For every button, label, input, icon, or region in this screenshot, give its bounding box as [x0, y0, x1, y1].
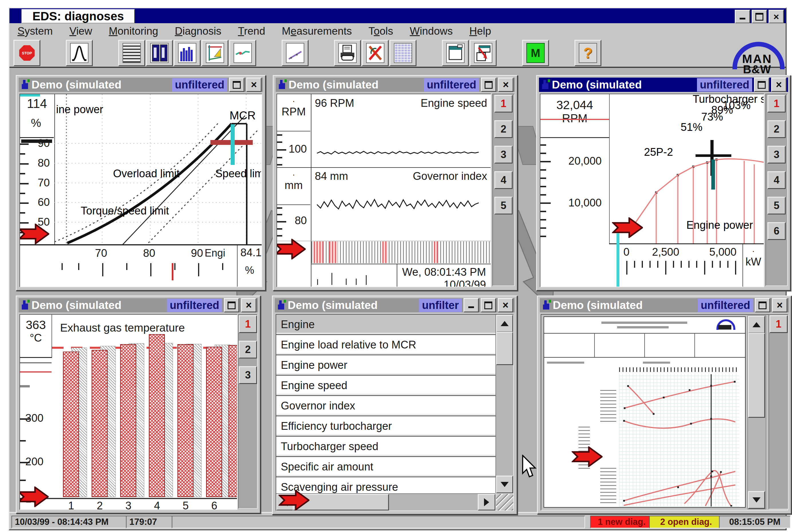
menu-measurements[interactable]: Measurements	[282, 25, 352, 37]
delete-button[interactable]	[362, 40, 389, 66]
app-titlebar[interactable]: EDS: diagnoses ×	[9, 8, 786, 23]
filter-badge: unfilter	[419, 299, 462, 312]
tab-2[interactable]: 2	[239, 341, 257, 359]
status-empty-panel	[172, 516, 585, 528]
window-titlebar[interactable]: Demo (simulated unfiltered ×	[19, 78, 263, 92]
window-maximize-button[interactable]	[229, 78, 245, 92]
tab-1[interactable]: 1	[767, 95, 786, 113]
window-titlebar[interactable]: Demo (simulated unfiltered ×	[276, 78, 515, 92]
tab-3[interactable]: 3	[767, 146, 786, 164]
window-titlebar[interactable]: Demo (simulated unfiltered ×	[539, 78, 788, 92]
alert-arrow-icon	[278, 490, 309, 511]
menu-view[interactable]: View	[69, 25, 92, 37]
temp-bar-1	[63, 352, 79, 497]
tab-3[interactable]: 3	[494, 146, 513, 164]
menu-diagnosis[interactable]: Diagnosis	[175, 25, 221, 37]
list-item[interactable]: Governor index	[276, 396, 496, 416]
window-close-button[interactable]: ×	[498, 298, 513, 312]
window-close-button[interactable]: ×	[241, 298, 256, 312]
meter-panels-icon	[150, 43, 169, 63]
horizontal-scrollbar[interactable]	[276, 493, 496, 511]
window-maximize-button[interactable]	[224, 298, 239, 312]
bell-curve-icon	[70, 43, 89, 63]
window-titlebar[interactable]: Demo (simulated unfiltered ×	[19, 298, 258, 312]
bar-chart-icon	[178, 43, 196, 63]
app-close-button[interactable]: ×	[769, 10, 784, 23]
bar-chart-button[interactable]	[174, 40, 201, 66]
menu-trend[interactable]: Trend	[238, 25, 265, 37]
tab-6[interactable]: 6	[767, 222, 786, 240]
menu-system[interactable]: System	[17, 25, 53, 37]
scroll-down-button[interactable]	[748, 491, 765, 509]
window-maximize-button[interactable]	[754, 78, 769, 92]
menu-help[interactable]: Help	[469, 25, 491, 37]
menu-windows[interactable]: Windows	[410, 25, 453, 37]
app-title: EDS: diagnoses	[21, 9, 135, 23]
engine-power-chart: 114 % 90 80 70 60 50	[19, 94, 262, 287]
menu-monitoring[interactable]: Monitoring	[109, 25, 158, 37]
window-minimize-button[interactable]	[463, 298, 479, 312]
y-value-box: 114 %	[20, 94, 54, 138]
window-titlebar[interactable]: Demo (simulated unfilter ×	[275, 298, 515, 312]
tab-3[interactable]: 3	[239, 366, 257, 384]
list-item[interactable]: Specific air amount	[276, 457, 496, 477]
green-trend-button[interactable]	[229, 40, 256, 66]
tab-strip: 1 2 3	[238, 314, 257, 509]
resize-grip[interactable]	[496, 494, 513, 511]
trend-line-button[interactable]	[282, 40, 309, 66]
tab-4[interactable]: 4	[767, 171, 786, 189]
menu-tools[interactable]: Tools	[368, 25, 393, 37]
minimize-icon	[468, 302, 474, 308]
tab-1[interactable]: 1	[239, 315, 257, 333]
tab-5[interactable]: 5	[767, 197, 786, 214]
turbo-chart: 32,044 RPM 20,000 10,000	[540, 94, 764, 287]
list-item[interactable]: Engine speed	[276, 376, 496, 396]
distribution-button[interactable]	[66, 40, 93, 66]
scroll-down-button[interactable]	[496, 476, 513, 493]
list-item[interactable]: Engine power	[276, 355, 496, 376]
scrollbar-thumb[interactable]	[748, 333, 765, 418]
window-maximize-button[interactable]	[481, 78, 496, 92]
window-maximize-button[interactable]	[481, 298, 496, 312]
tab-2[interactable]: 2	[767, 120, 786, 138]
scroll-right-button[interactable]	[478, 494, 496, 511]
tab-5[interactable]: 5	[494, 197, 513, 214]
window-close-button[interactable]: ×	[498, 78, 514, 92]
tab-4[interactable]: 4	[494, 171, 513, 189]
tab-1[interactable]: 1	[494, 95, 513, 113]
app-maximize-button[interactable]	[752, 10, 767, 23]
table-button[interactable]	[118, 40, 145, 66]
monitor-m-button[interactable]: M	[522, 40, 549, 66]
status-new-diagnoses[interactable]: 1 new diag.	[590, 516, 653, 528]
scroll-up-button[interactable]	[496, 315, 513, 332]
window-close-button[interactable]: ×	[771, 78, 787, 92]
tab-1[interactable]: 1	[769, 315, 788, 333]
status-open-diagnoses[interactable]: 2 open diag.	[649, 516, 723, 528]
menubar: System View Monitoring Diagnosis Trend M…	[9, 23, 786, 39]
propeller-curve	[67, 124, 232, 243]
vertical-scrollbar[interactable]	[747, 315, 766, 509]
list-item[interactable]: Efficiency turbocharger	[276, 416, 496, 437]
help-button[interactable]: ?	[575, 40, 601, 66]
list-item-engine[interactable]: Engine	[276, 315, 496, 335]
limit-chart-button[interactable]	[201, 40, 228, 66]
print-button[interactable]	[334, 40, 361, 66]
vertical-scrollbar[interactable]	[496, 315, 513, 493]
status-counter: 179:07	[126, 516, 176, 528]
x-value-cell: 84.1 %	[237, 245, 262, 287]
new-window-button[interactable]	[442, 40, 469, 66]
list-item[interactable]: Engine load relative to MCR	[276, 335, 496, 355]
app-minimize-button[interactable]	[735, 10, 750, 23]
window-maximize-button[interactable]	[755, 298, 770, 312]
tab-2[interactable]: 2	[494, 120, 513, 138]
scrollbar-thumb[interactable]	[496, 332, 513, 365]
dual-meter-button[interactable]	[146, 40, 173, 66]
scroll-up-button[interactable]	[748, 316, 765, 334]
window-close-button[interactable]: ×	[772, 298, 787, 312]
spreadsheet-button[interactable]	[390, 40, 417, 66]
stop-button[interactable]: STOP	[14, 40, 40, 66]
window-close-button[interactable]: ×	[246, 78, 262, 92]
export-window-button[interactable]	[470, 40, 497, 66]
window-titlebar[interactable]: Demo (simulated unfiltered ×	[540, 298, 789, 312]
list-item[interactable]: Turbocharger speed	[276, 437, 496, 457]
